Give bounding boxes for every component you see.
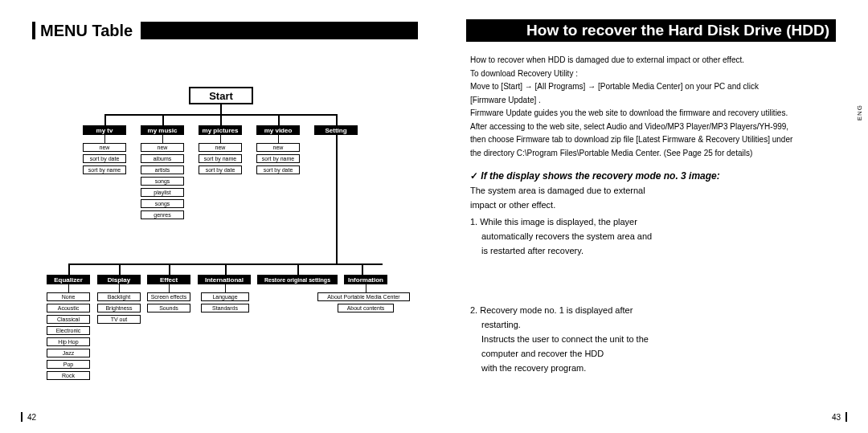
intro-line: Firmware Update guides you the web site … bbox=[470, 108, 836, 119]
page-header-right: How to recover the Hard Disk Drive (HDD) bbox=[466, 19, 836, 42]
leaf: new bbox=[141, 143, 184, 152]
intro-line: the directory C:\Program Files\Portable … bbox=[470, 148, 836, 159]
leaf: Acoustic bbox=[47, 304, 90, 312]
leaf: albums bbox=[141, 154, 184, 163]
body-line: impact or other effect. bbox=[470, 199, 836, 211]
leaf: Pop bbox=[47, 360, 90, 369]
node-restore: Restore original settings bbox=[257, 275, 338, 284]
leaf: songs bbox=[141, 199, 184, 208]
node-my-pictures: my pictures bbox=[199, 125, 242, 135]
leaf: sort by date bbox=[256, 165, 300, 174]
leaf: new bbox=[256, 143, 300, 152]
intro-line: After accessing to the web site, select … bbox=[470, 121, 836, 133]
leaf: Hip Hop bbox=[47, 337, 90, 346]
line bbox=[162, 135, 163, 143]
line bbox=[68, 284, 69, 292]
node-my-tv: my tv bbox=[83, 125, 126, 135]
line bbox=[225, 284, 226, 292]
leaf: Screen effects bbox=[147, 292, 190, 301]
leaf: sort by name bbox=[199, 154, 242, 163]
intro-line: To download Recovery Utility : bbox=[470, 68, 836, 80]
step-line: restarting. bbox=[470, 319, 836, 331]
line bbox=[278, 114, 280, 125]
subheading: ✓ If the display shows the recovery mode… bbox=[470, 170, 836, 182]
leaf: sort by name bbox=[256, 154, 300, 163]
intro-line: then choose Firmware tab to download zip… bbox=[470, 134, 836, 145]
line bbox=[169, 284, 170, 292]
node-equalizer: Equalizer bbox=[47, 275, 90, 284]
leaf: Jazz bbox=[47, 349, 90, 357]
line bbox=[336, 135, 338, 263]
node-effect: Effect bbox=[147, 275, 190, 284]
leaf: genres bbox=[141, 210, 184, 219]
node-setting: Setting bbox=[314, 125, 358, 135]
leaf: sort by name bbox=[83, 165, 126, 174]
node-display: Display bbox=[97, 275, 141, 284]
recovery-text: How to recover when HDD is damaged due t… bbox=[470, 55, 836, 377]
step-line: 1. While this image is displayed, the pl… bbox=[470, 216, 836, 228]
line bbox=[104, 135, 105, 143]
line bbox=[336, 114, 338, 125]
page-title-left: MENU Table bbox=[40, 22, 133, 40]
line bbox=[68, 263, 70, 275]
page-number-right: 43 bbox=[832, 412, 847, 422]
leaf: new bbox=[199, 143, 242, 152]
node-my-video: my video bbox=[256, 125, 300, 135]
leaf: TV out bbox=[97, 315, 141, 324]
node-international: International bbox=[198, 275, 251, 284]
leaf: sort by date bbox=[83, 154, 126, 163]
page-title-right: How to recover the Hard Disk Drive (HDD) bbox=[526, 22, 829, 39]
step-line: with the recovery program. bbox=[470, 362, 836, 374]
leaf: Classical bbox=[47, 315, 90, 324]
leaf: Electronic bbox=[47, 326, 90, 335]
intro-line: [Firmware Update] . bbox=[470, 95, 836, 106]
step-line: Instructs the user to connect the unit t… bbox=[470, 333, 836, 345]
line bbox=[104, 114, 106, 125]
leaf: None bbox=[47, 292, 90, 301]
leaf: Rock bbox=[47, 371, 90, 380]
lang-tab: ENG bbox=[856, 104, 863, 121]
node-my-music: my music bbox=[141, 125, 184, 135]
line bbox=[362, 263, 363, 275]
leaf: About Portable Media Center bbox=[317, 292, 410, 301]
step-line: 2. Recovery mode no. 1 is displayed afte… bbox=[470, 304, 836, 317]
leaf: sort by date bbox=[199, 165, 242, 174]
leaf: About contents bbox=[338, 304, 394, 312]
line bbox=[220, 104, 222, 114]
leaf: Brightness bbox=[97, 304, 141, 312]
body-line: The system area is damaged due to extern… bbox=[470, 185, 836, 197]
leaf: Language bbox=[201, 292, 249, 301]
menu-diagram: Start my tv my music my pictures my vide… bbox=[32, 80, 410, 402]
line bbox=[278, 135, 279, 143]
step-line: computer and recover the HDD bbox=[470, 348, 836, 360]
intro-line: How to recover when HDD is damaged due t… bbox=[470, 55, 836, 66]
leaf: artists bbox=[141, 165, 184, 174]
header-accent-bar bbox=[32, 22, 35, 39]
step-line: is restarted after recovery. bbox=[470, 245, 836, 257]
step-line: automatically recovers the system area a… bbox=[470, 231, 836, 243]
header-fill bbox=[141, 22, 418, 39]
leaf: Backlight bbox=[97, 292, 141, 301]
page-header-left: MENU Table bbox=[32, 19, 418, 42]
page-number-left: 42 bbox=[21, 412, 36, 422]
line bbox=[119, 263, 121, 275]
line bbox=[169, 263, 170, 275]
start-node: Start bbox=[189, 87, 253, 104]
line bbox=[366, 284, 366, 292]
line bbox=[297, 263, 299, 275]
leaf: playlist bbox=[141, 188, 184, 197]
line bbox=[220, 114, 222, 125]
line bbox=[119, 284, 120, 292]
leaf: songs bbox=[141, 177, 184, 186]
leaf: Sounds bbox=[147, 304, 190, 312]
line bbox=[162, 114, 164, 125]
line bbox=[225, 263, 227, 275]
line bbox=[220, 135, 221, 143]
subheading-text: If the display shows the recovery mode n… bbox=[481, 170, 719, 182]
node-information: Information bbox=[344, 275, 387, 284]
intro-line: Move to [Start] → [All Programs] → [Port… bbox=[470, 81, 836, 92]
leaf: new bbox=[83, 143, 126, 152]
leaf: Standards bbox=[201, 304, 249, 312]
